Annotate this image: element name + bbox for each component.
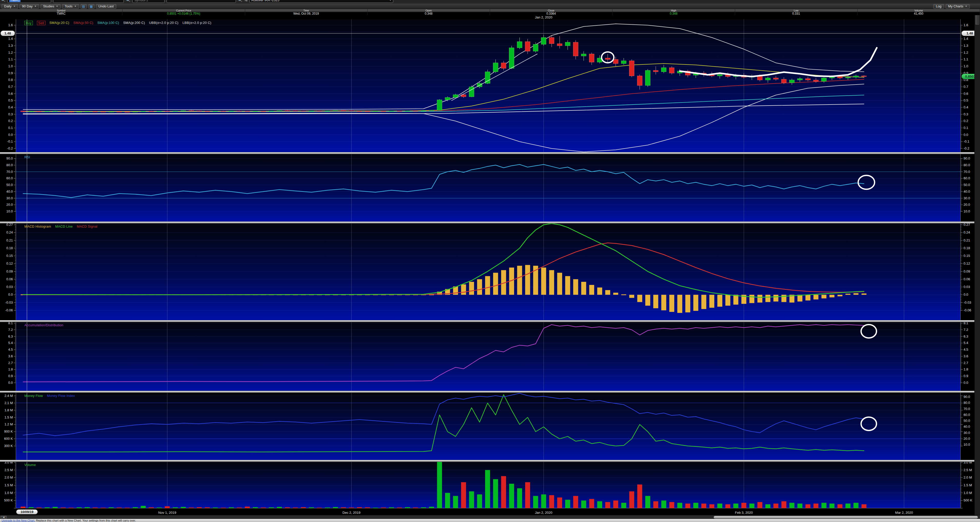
- symbol-input[interactable]: TMRC: [8, 0, 51, 3]
- svg-text:1.0 M: 1.0 M: [964, 491, 972, 495]
- svg-text:70.0: 70.0: [964, 407, 970, 411]
- crosshair-date-bubble: 10/09/19: [16, 509, 38, 514]
- account-dropdown-value: Rollover IRA -2525: [251, 0, 279, 2]
- svg-text:50.0: 50.0: [964, 183, 970, 187]
- svg-text:0.6: 0.6: [8, 92, 13, 96]
- horizontal-scrollbar-thumb[interactable]: [714, 516, 978, 519]
- macd-legend: MACD HistogramMACD LineMACD Signal: [24, 225, 97, 228]
- compare-icon[interactable]: ⇆: [244, 0, 247, 2]
- svg-text:0.9: 0.9: [8, 374, 13, 378]
- legend-item: Volume: [24, 463, 36, 467]
- svg-text:50.0: 50.0: [6, 183, 13, 187]
- legend-item: Money Flow: [24, 394, 43, 397]
- legend-item: MACD Histogram: [24, 225, 51, 228]
- accumulation-distribution-legend: Accumulation/Distribution: [24, 323, 64, 327]
- svg-text:1.8 M: 1.8 M: [4, 408, 13, 412]
- svg-text:2.5 M: 2.5 M: [964, 468, 972, 472]
- svg-text:0.0: 0.0: [8, 133, 13, 137]
- chevron-down-icon: ▼: [13, 5, 15, 8]
- svg-text:0.24: 0.24: [6, 230, 13, 234]
- quote-volume: 41,450: [858, 12, 980, 15]
- scroll-left-arrow-icon[interactable]: ◀: [0, 516, 7, 519]
- rsi-panel: 10.010.020.020.030.030.040.040.050.050.0…: [6, 154, 970, 222]
- svg-text:0.1: 0.1: [8, 126, 13, 130]
- search-icon[interactable]: 🔍: [238, 0, 242, 2]
- chart-canvas[interactable]: -0.2-0.2-0.1-0.10.00.00.10.10.20.20.30.3…: [0, 0, 980, 522]
- svg-text:1.6: 1.6: [8, 23, 13, 27]
- svg-text:1.5 M: 1.5 M: [964, 483, 972, 487]
- tools-dropdown[interactable]: Tools ▼: [62, 4, 79, 9]
- quote-current-price: 0.8501 +0.0146 (1.75%): [123, 12, 245, 15]
- panel-splitter[interactable]: [0, 460, 980, 462]
- svg-text:0.03: 0.03: [6, 285, 13, 289]
- legend-item: Accumulation/Distribution: [24, 323, 64, 327]
- svg-text:0.3: 0.3: [8, 112, 13, 116]
- svg-text:4.5: 4.5: [8, 348, 13, 351]
- svg-text:0.09: 0.09: [964, 270, 970, 273]
- chart-style-icon[interactable]: ▤: [81, 4, 87, 9]
- chevron-down-icon: ▼: [56, 5, 58, 8]
- top-symbol-bar: 🔍 TMRC 🔍 Symbol 2 🔍 ⇆ Rollover IRA -2525…: [0, 0, 980, 3]
- my-charts-dropdown[interactable]: My Charts ▼: [946, 4, 970, 9]
- svg-text:1.2: 1.2: [964, 51, 968, 54]
- horizontal-scrollbar[interactable]: ◀: [0, 515, 980, 519]
- svg-text:600 K: 600 K: [4, 437, 13, 441]
- svg-text:70.0: 70.0: [964, 170, 970, 174]
- panel-splitter[interactable]: [0, 222, 980, 223]
- chart-toolbar: Daily ▼ 90 Day ▼ Studies ▼ Tools ▼ ▤ ▦ U…: [0, 3, 980, 9]
- panel-splitter[interactable]: [0, 391, 980, 393]
- money-flow-legend: Money FlowMoney Flow Index: [24, 394, 75, 397]
- chart-layout-icon[interactable]: ▦: [88, 4, 94, 9]
- svg-text:80.0: 80.0: [6, 163, 13, 167]
- svg-text:0.7: 0.7: [964, 85, 968, 89]
- svg-text:0.5: 0.5: [8, 98, 13, 102]
- range-label: 90 Day: [22, 4, 33, 8]
- search-icon[interactable]: 🔍: [126, 0, 130, 2]
- svg-text:50.0: 50.0: [964, 419, 970, 423]
- legend-item: MACD Signal: [77, 225, 97, 228]
- svg-text:0.18: 0.18: [6, 246, 13, 250]
- svg-text:30.0: 30.0: [6, 196, 13, 200]
- svg-text:1.8: 1.8: [8, 367, 13, 371]
- symbol-description-input[interactable]: [53, 0, 124, 3]
- symbol2-input[interactable]: Symbol 2: [132, 0, 164, 3]
- svg-text:0.12: 0.12: [964, 262, 970, 265]
- log-button[interactable]: Log: [933, 4, 944, 9]
- svg-text:900 K: 900 K: [4, 429, 13, 433]
- svg-text:2.4 M: 2.4 M: [4, 394, 13, 397]
- svg-text:0.5: 0.5: [964, 98, 968, 102]
- svg-text:40.0: 40.0: [964, 190, 970, 193]
- panel-splitter[interactable]: [0, 320, 980, 322]
- date-axis-label: Nov 1, 2019: [152, 511, 183, 514]
- date-axis-label: Feb 3, 2020: [729, 511, 759, 514]
- svg-text:0.7: 0.7: [8, 85, 13, 89]
- svg-text:0.12: 0.12: [6, 262, 13, 265]
- svg-text:0.09: 0.09: [6, 270, 13, 273]
- svg-text:0.0: 0.0: [964, 292, 968, 297]
- svg-text:0.1: 0.1: [964, 126, 968, 130]
- svg-text:1.4: 1.4: [8, 37, 13, 41]
- svg-text:80.0: 80.0: [964, 163, 970, 167]
- volume-legend: Volume: [24, 463, 36, 467]
- svg-text:10.0: 10.0: [964, 443, 970, 447]
- svg-text:90.0: 90.0: [964, 395, 970, 399]
- vertical-scrollbar[interactable]: ◻ ▬: [974, 0, 980, 515]
- search-icon[interactable]: 🔍: [1, 0, 5, 2]
- svg-text:0.18: 0.18: [964, 246, 970, 250]
- svg-text:20.0: 20.0: [964, 437, 970, 441]
- rsi-legend: RSI: [24, 155, 30, 159]
- quote-header-row: Symbol Current Price Time Open Close Hig…: [0, 9, 980, 12]
- undo-last-button[interactable]: Undo Last: [96, 4, 116, 9]
- upgrade-link[interactable]: Upgrade to the New Chart.: [2, 519, 35, 522]
- studies-dropdown[interactable]: Studies ▼: [41, 4, 60, 9]
- svg-text:-0.2: -0.2: [7, 147, 13, 150]
- symbol2-description-input[interactable]: [167, 0, 236, 3]
- quote-time: Wed, Oct 09, 2019: [245, 12, 368, 15]
- panel-splitter[interactable]: [0, 152, 980, 154]
- legend-item: SMA(p:100 C): [97, 21, 119, 25]
- period-dropdown[interactable]: Daily ▼: [2, 4, 18, 9]
- range-dropdown[interactable]: 90 Day ▼: [19, 4, 39, 9]
- account-dropdown[interactable]: Rollover IRA -2525 ▼: [250, 0, 393, 3]
- svg-text:40.0: 40.0: [6, 190, 13, 193]
- quote-open: 0.348: [368, 12, 490, 15]
